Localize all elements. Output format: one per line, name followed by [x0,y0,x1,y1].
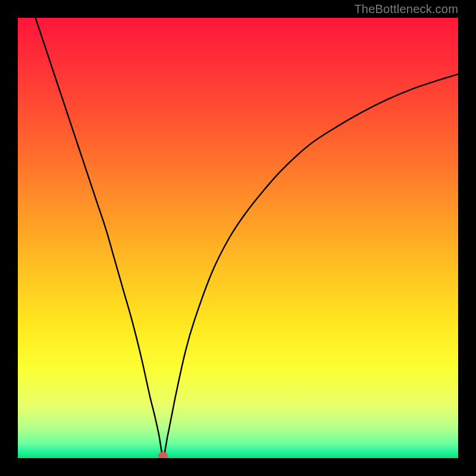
watermark-text: TheBottleneck.com [354,2,458,16]
chart-frame: TheBottleneck.com [0,0,476,476]
plot-area [18,18,458,458]
curve-path [36,18,458,456]
minimum-marker-dot [158,452,168,458]
bottleneck-curve [18,18,458,458]
